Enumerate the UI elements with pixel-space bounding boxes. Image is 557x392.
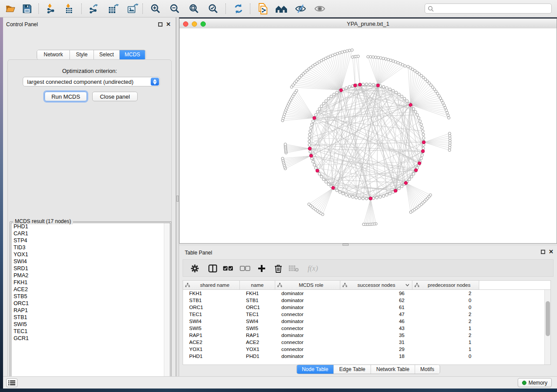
column-header-successor-nodes[interactable]: successor nodes [340,281,412,289]
panel-menu-button[interactable] [6,378,17,387]
node-table[interactable]: shared namenameMCDS rolesuccessor nodesp… [183,280,551,365]
column-header-predecessor-nodes[interactable]: predecessor nodes [412,281,479,289]
memory-status-icon [522,381,526,385]
add-column-icon[interactable] [256,263,267,274]
table-row[interactable]: ORC1ORC1dominator610 [183,304,550,311]
export-table-icon[interactable] [107,3,120,15]
clone-network-icon[interactable] [257,3,269,15]
mcds-result-item[interactable]: SWI5 [11,321,170,328]
function-builder-icon[interactable]: f(x) [304,263,321,274]
table-cell: dominator [275,333,340,338]
delete-table-icon[interactable] [288,263,299,274]
zoom-selected-icon[interactable] [207,3,219,15]
table-cell: dominator [275,305,340,310]
mcds-result-item[interactable]: FKH1 [11,279,170,286]
select-all-rows-icon[interactable] [222,263,234,274]
mcds-result-item[interactable]: STB5 [11,293,170,300]
table-cell: dominator [275,298,340,303]
vertical-splitter[interactable] [176,17,179,376]
table-row[interactable]: RAP1RAP1dominator352 [183,332,550,339]
close-panel-icon[interactable]: ✕ [166,22,171,27]
float-panel-icon[interactable] [541,250,545,254]
run-mcds-button[interactable]: Run MCDS [45,92,87,101]
table-scrollbar-thumb[interactable] [546,301,550,336]
table-row[interactable]: ACE2ACE2connector311 [183,339,550,346]
float-panel-icon[interactable] [158,22,163,27]
table-row[interactable]: FKH1FKH1dominator962 [183,290,550,297]
table-row[interactable]: STB1STB1dominator620 [183,297,550,304]
mcds-result-item[interactable]: YOX1 [11,251,170,258]
close-panel-button[interactable]: Close panel [92,92,138,101]
mcds-result-list[interactable]: PHD1CAR1STP4TID3YOX1SWI4SRD1PMA2FKH1ACE2… [11,223,170,383]
table-cell: 1 [412,340,479,345]
import-table-icon[interactable] [64,3,76,15]
table-cell: SWI5 [240,326,275,331]
table-cell: connector [275,326,340,331]
table-cell: STB1 [240,298,275,303]
hide-graphics-details-icon[interactable] [294,3,307,15]
mcds-result-item[interactable]: PMA2 [11,272,170,279]
mcds-list-scrollbar[interactable] [164,223,170,382]
close-panel-icon[interactable]: ✕ [549,250,554,254]
table-cell: ACE2 [240,340,275,345]
search-input[interactable] [434,5,551,12]
table-cell: SWI4 [240,319,275,324]
export-network-icon[interactable] [88,3,100,15]
table-row[interactable]: TEC1TEC1connector472 [183,311,550,318]
table-tab-edge-table[interactable]: Edge Table [334,365,371,374]
splitter-handle[interactable] [176,196,179,202]
apply-layout-icon[interactable] [232,3,245,15]
table-panel-title: Table Panel [185,250,212,256]
toolbar-search[interactable] [425,3,552,14]
mcds-result-item[interactable]: STB1 [11,314,170,321]
control-panel-tabs: NetworkStyleSelectMCDS [37,50,146,60]
tab-mcds[interactable]: MCDS [120,50,145,59]
open-file-icon[interactable] [4,3,17,15]
tab-select[interactable]: Select [94,50,120,59]
table-row[interactable]: PHD1PHD1dominator180 [183,353,550,360]
table-settings-icon[interactable] [189,263,201,274]
tab-style[interactable]: Style [70,50,94,59]
mcds-result-item[interactable]: CAR1 [11,230,170,237]
table-row[interactable]: YOX1YOX1connector291 [183,346,550,353]
criterion-dropdown[interactable]: largest connected component (undirected) [23,77,160,86]
table-cell: SWI5 [183,326,240,331]
table-cell: TEC1 [240,312,275,317]
column-header-MCDS-role[interactable]: MCDS role [275,281,340,289]
table-tab-network-table[interactable]: Network Table [371,365,415,374]
delete-column-icon[interactable] [273,263,284,274]
tab-network[interactable]: Network [37,50,70,59]
column-header-shared-name[interactable]: shared name [183,281,240,289]
export-image-icon[interactable] [127,3,139,15]
toolbar-separator [81,3,82,14]
network-titlebar[interactable]: YPA_prune.txt_1 [180,19,557,29]
toolbar-separator [38,3,39,14]
table-scrollbar[interactable] [544,290,550,364]
deselect-all-rows-icon[interactable] [239,263,251,274]
zoom-out-icon[interactable] [169,3,181,15]
memory-button[interactable]: Memory [518,378,552,387]
table-row[interactable]: SWI5SWI5connector431 [183,325,550,332]
column-header-name[interactable]: name [240,281,275,289]
table-row[interactable]: SWI4SWI4dominator462 [183,318,550,325]
toolbar-separator [142,3,143,14]
mcds-result-item[interactable]: TID3 [11,244,170,251]
mcds-result-item[interactable]: SWI4 [11,258,170,265]
first-neighbors-icon[interactable] [275,3,287,15]
mcds-result-item[interactable]: SRD1 [11,265,170,272]
mcds-result-item[interactable]: TEC1 [11,328,170,335]
zoom-fit-icon[interactable] [188,3,200,15]
network-canvas[interactable] [180,28,557,243]
import-network-icon[interactable] [45,3,58,15]
table-tab-node-table[interactable]: Node Table [297,365,334,374]
column-visibility-icon[interactable] [207,263,218,274]
mcds-result-item[interactable]: ACE2 [11,286,170,293]
mcds-result-item[interactable]: RAP1 [11,307,170,314]
mcds-result-item[interactable]: STP4 [11,237,170,244]
save-session-icon[interactable] [21,3,33,15]
table-tab-motifs[interactable]: Motifs [415,365,439,374]
mcds-result-item[interactable]: GCR1 [11,335,170,342]
mcds-result-item[interactable]: ORC1 [11,300,170,307]
show-graphics-details-icon[interactable] [314,3,326,15]
zoom-in-icon[interactable] [149,3,162,15]
